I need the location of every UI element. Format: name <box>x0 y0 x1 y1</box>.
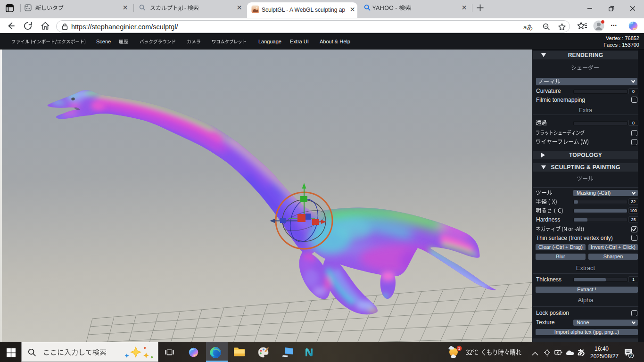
svg-text:2: 2 <box>630 354 632 358</box>
svg-text:3: 3 <box>458 346 460 351</box>
